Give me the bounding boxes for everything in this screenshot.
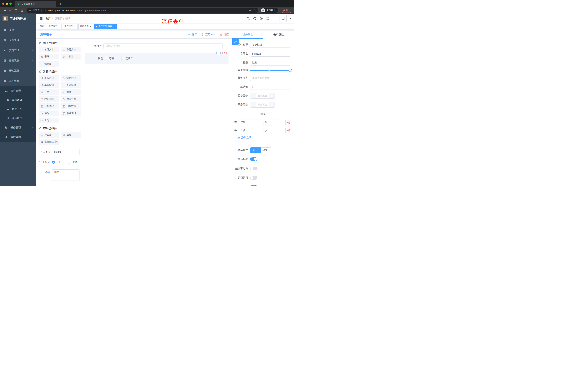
widget-item-rate[interactable]: 评分 bbox=[39, 110, 59, 116]
bookmark-star-icon[interactable] bbox=[253, 9, 256, 12]
show-label-switch[interactable] bbox=[250, 158, 257, 161]
sidebar-item-leave-query[interactable]: 请假查询 bbox=[0, 132, 36, 142]
browser-tab[interactable]: 芋道管理系统 bbox=[15, 1, 56, 7]
save-button[interactable]: 保存 bbox=[188, 33, 197, 36]
password-key-icon[interactable] bbox=[249, 9, 252, 12]
tab-close-icon[interactable] bbox=[52, 3, 55, 5]
browser-back-button[interactable] bbox=[2, 8, 7, 13]
widget-item-switch[interactable]: 开关 bbox=[39, 89, 59, 95]
gender-checkbox-option2[interactable]: 选项二 bbox=[121, 57, 133, 60]
tag-process-model[interactable]: 流程模型 bbox=[63, 24, 77, 29]
stepper-minus-button[interactable]: − bbox=[250, 93, 256, 98]
drag-handle-icon[interactable] bbox=[234, 121, 237, 124]
widget-item-counter[interactable]: 计数器 bbox=[61, 54, 82, 60]
new-tab-button[interactable] bbox=[58, 1, 63, 7]
canvas-phone-field[interactable]: 手机号 bbox=[90, 43, 223, 49]
link-badge[interactable] bbox=[232, 39, 239, 45]
tag-close-icon[interactable] bbox=[90, 25, 92, 27]
disabled-switch[interactable] bbox=[250, 176, 257, 180]
widget-item-cascader[interactable]: 级联选择 bbox=[61, 75, 82, 81]
widget-item-select[interactable]: 下拉选择 bbox=[39, 75, 59, 81]
min-select-placeholder[interactable]: 至少应选 bbox=[256, 93, 269, 98]
tag-process-form[interactable]: 流程表单 bbox=[78, 24, 93, 29]
tag-home[interactable]: 首页 bbox=[38, 24, 46, 29]
component-type-select[interactable] bbox=[250, 42, 290, 48]
title-input[interactable] bbox=[250, 60, 290, 65]
font-size-icon[interactable] bbox=[273, 17, 276, 20]
stepper-plus-button[interactable]: + bbox=[269, 93, 274, 98]
tag-close-icon[interactable] bbox=[74, 25, 76, 27]
widget-item-checkbox-group[interactable]: 多选框组 bbox=[61, 82, 82, 88]
canvas-gender-field-selected[interactable]: 性别 选项一 选项二 bbox=[85, 53, 229, 64]
widget-item-color-picker[interactable]: 颜色选择 bbox=[61, 110, 82, 116]
sidebar-item-home[interactable]: 首页 bbox=[0, 25, 36, 35]
search-icon[interactable] bbox=[247, 17, 250, 20]
sidebar-item-process-model[interactable]: 流程模型 bbox=[0, 114, 36, 123]
widget-item-date-picker[interactable]: 日期选择 bbox=[39, 103, 59, 109]
browser-menu-dots-icon[interactable] bbox=[289, 9, 291, 12]
widget-item-radio-group[interactable]: 单选框组 bbox=[39, 82, 59, 88]
breadcrumb-home[interactable]: 首页 bbox=[45, 17, 51, 20]
max-select-placeholder[interactable]: 最多可选 bbox=[256, 102, 269, 107]
widget-item-button[interactable]: 按钮 bbox=[61, 132, 82, 138]
option2-value-input[interactable] bbox=[263, 128, 286, 133]
option1-value-input[interactable] bbox=[263, 120, 286, 125]
sidebar-item-payment[interactable]: 支付管理 bbox=[0, 45, 36, 55]
tag-close-icon[interactable] bbox=[113, 25, 115, 27]
delete-widget-button[interactable] bbox=[222, 51, 227, 55]
option1-label-input[interactable] bbox=[239, 120, 262, 125]
slider-handle[interactable] bbox=[289, 69, 292, 72]
view-json-button[interactable]: 查看json bbox=[201, 33, 215, 36]
phone-field-input[interactable] bbox=[103, 43, 223, 49]
stepper-plus-button[interactable]: + bbox=[269, 102, 274, 107]
browser-home-button[interactable] bbox=[19, 8, 24, 13]
widget-item-single-text[interactable]: 单行文本 bbox=[39, 47, 59, 53]
sidebar-item-devtools[interactable]: 研发工具 bbox=[0, 66, 36, 76]
designer-canvas[interactable]: 手机号 性别 选项一 bbox=[83, 39, 232, 186]
style-button-button[interactable]: 按钮 bbox=[261, 148, 271, 153]
add-option-button[interactable]: 添加选项 bbox=[237, 136, 294, 139]
tag-process-form-edit[interactable]: 流程表单-编辑 bbox=[94, 24, 117, 29]
border-switch[interactable] bbox=[250, 167, 257, 170]
tab-component-props[interactable]: 组件属性 bbox=[232, 31, 263, 39]
window-minimize-button[interactable] bbox=[6, 2, 8, 5]
remove-option-icon[interactable] bbox=[287, 120, 291, 124]
sidebar-item-process-form[interactable]: 流程表单 bbox=[0, 96, 36, 105]
browser-reload-button[interactable] bbox=[13, 8, 19, 13]
window-close-button[interactable] bbox=[2, 2, 4, 5]
checkbox-box[interactable] bbox=[105, 57, 107, 60]
field-name-input[interactable] bbox=[250, 51, 290, 57]
stepper-minus-button[interactable]: − bbox=[250, 102, 256, 107]
copy-widget-button[interactable] bbox=[216, 51, 221, 55]
sidebar-item-system[interactable]: 系统管理 bbox=[0, 35, 36, 45]
default-value-input[interactable] bbox=[250, 84, 290, 90]
status-radio-on[interactable]: 开启 bbox=[52, 160, 62, 164]
widget-item-slider[interactable]: 滑块 bbox=[61, 89, 82, 95]
component-type-value[interactable] bbox=[250, 42, 290, 48]
avatar-caret-icon[interactable] bbox=[290, 18, 292, 19]
widget-item-time-picker[interactable]: 时间选择 bbox=[39, 96, 59, 102]
address-bar[interactable]: 不安全 dashboard.yudao.iocoder.cn/bpm/manag… bbox=[27, 8, 258, 13]
github-icon[interactable] bbox=[253, 17, 257, 20]
gender-checkbox-option1[interactable]: 选项一 bbox=[105, 57, 116, 60]
form-name-input[interactable] bbox=[52, 149, 80, 155]
sidebar-item-infra[interactable]: 基础设施 bbox=[0, 55, 36, 66]
sidebar-item-process-mgmt[interactable]: 流程管理 bbox=[0, 86, 36, 96]
tag-close-icon[interactable] bbox=[58, 25, 60, 27]
clear-button[interactable]: 清空 bbox=[220, 33, 229, 36]
widget-item-time-range[interactable]: 时间范围 bbox=[61, 96, 82, 102]
sidebar-collapse-icon[interactable] bbox=[39, 17, 43, 20]
widget-item-table-dev[interactable]: 表格[开发中] bbox=[39, 139, 59, 145]
style-default-button[interactable]: 默认 bbox=[250, 148, 261, 153]
option2-label-input[interactable] bbox=[239, 128, 262, 133]
sidebar-item-workflow[interactable]: 工作流程 bbox=[0, 76, 36, 86]
sidebar-logo[interactable]: 芋道管理系统 bbox=[0, 14, 36, 23]
form-grid-slider[interactable] bbox=[250, 70, 290, 71]
widget-item-multi-text[interactable]: 多行文本 bbox=[61, 47, 82, 53]
remove-option-icon[interactable] bbox=[287, 129, 291, 132]
help-icon[interactable] bbox=[260, 17, 263, 20]
avatar[interactable] bbox=[279, 15, 286, 22]
browser-update-button[interactable]: 更新 bbox=[281, 8, 292, 13]
window-zoom-button[interactable] bbox=[10, 2, 12, 5]
browser-forward-button[interactable] bbox=[8, 8, 13, 13]
